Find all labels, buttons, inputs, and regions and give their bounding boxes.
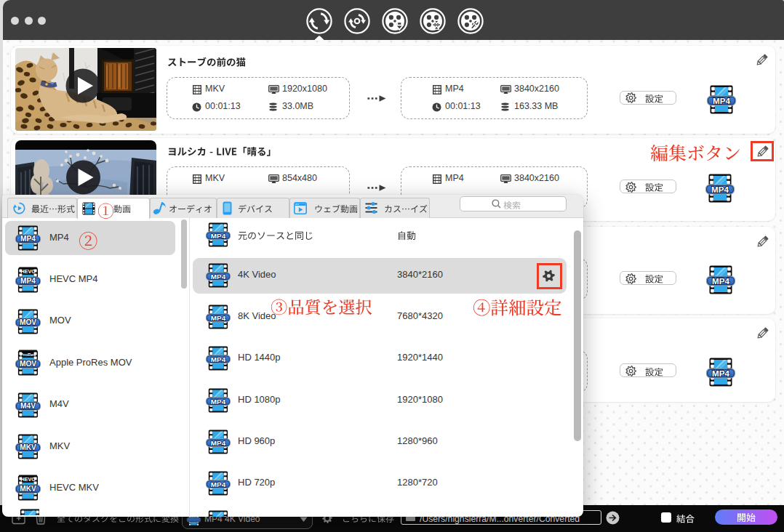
svg-text:MP4: MP4 [711,185,729,194]
svg-text:M4V: M4V [20,402,36,410]
svg-text:MP4: MP4 [211,439,226,447]
svg-text:MP4: MP4 [211,273,226,281]
svg-text:MP4: MP4 [211,355,226,363]
svg-text:MKV: MKV [20,485,36,493]
svg-text:HEVC: HEVC [21,476,36,483]
svg-text:MP4: MP4 [712,368,729,378]
svg-text:MP4: MP4 [211,314,226,322]
svg-text:MP4: MP4 [211,397,226,405]
svg-text:MP4: MP4 [20,235,36,243]
svg-text:MP4: MP4 [211,232,226,240]
svg-text:MP4: MP4 [713,96,730,105]
svg-text:MOV: MOV [20,318,36,326]
svg-text:MP4: MP4 [211,480,226,488]
svg-text:ProRes: ProRes [20,352,36,357]
svg-text:MP4: MP4 [20,277,36,285]
svg-text:MP4: MP4 [712,276,729,286]
svg-text:MKV: MKV [20,443,36,451]
svg-text:MOV: MOV [20,360,36,368]
svg-text:HEVC: HEVC [21,267,36,274]
